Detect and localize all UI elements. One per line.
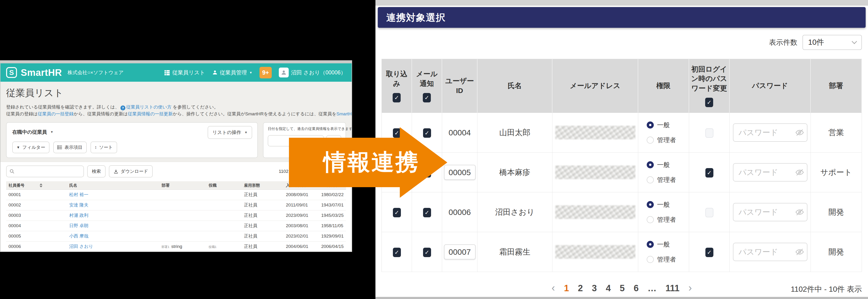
list-actions-button[interactable]: リストの操作 ▼: [208, 126, 252, 139]
import-all-checkbox[interactable]: ✓: [393, 93, 401, 102]
notify-checkbox[interactable]: ✓: [423, 128, 431, 138]
radio-off-icon: [647, 256, 654, 263]
page-number[interactable]: 1: [564, 283, 569, 293]
filter-button[interactable]: ▼ フィルター: [12, 141, 50, 153]
department-value: 開発: [828, 247, 844, 256]
col-permission: 権限: [638, 59, 689, 113]
table-row: 00007藤原 千栄正社員1998/04/011978/06/15: [6, 252, 346, 252]
nav-employee-manage[interactable]: 従業員管理 ▼: [212, 69, 252, 76]
radio-admin[interactable]: 管理者: [647, 136, 676, 144]
radio-admin[interactable]: 管理者: [647, 255, 676, 264]
next-page-icon[interactable]: ›: [688, 282, 692, 294]
employee-link[interactable]: 小西 摩哉: [67, 231, 159, 241]
intro-line-1: 登録されている従業員情報を確認できます。詳しくは、?従業員リストの使い方 を参照…: [6, 104, 346, 110]
prev-page-icon[interactable]: ‹: [552, 282, 555, 294]
notify-all-checkbox[interactable]: ✓: [423, 93, 431, 102]
col-full-name: 氏名: [477, 59, 552, 113]
search-button[interactable]: 検索: [87, 165, 105, 177]
pw-change-checkbox[interactable]: ✓: [705, 128, 713, 138]
user-name: 沼田 さおり（00006）: [291, 69, 346, 76]
notification-badge[interactable]: 9+: [259, 67, 272, 78]
company-name: 株式会社○×ソフトウェア: [68, 69, 124, 76]
employee-link[interactable]: 沼田 さおり: [67, 241, 159, 252]
radio-admin[interactable]: 管理者: [647, 176, 676, 184]
col-mail-notify: メール通知✓: [412, 59, 442, 113]
page-number[interactable]: 5: [620, 283, 625, 293]
pw-change-checkbox[interactable]: ✓: [705, 248, 713, 257]
page-size-select[interactable]: 10件: [803, 35, 862, 50]
list-toolbar-card: 在職中の従業員 ▼ リストの操作 ▼ ▼ フィルター: [6, 122, 258, 158]
window-titlebar: [0, 61, 352, 63]
eye-off-icon[interactable]: [795, 208, 804, 217]
permission-radio-group: 一般 管理者: [638, 240, 689, 264]
pw-change-all-checkbox[interactable]: ✓: [705, 98, 713, 107]
user-id-value: 00004: [448, 128, 471, 137]
employee-link[interactable]: 藤原 千栄: [67, 252, 159, 252]
list-icon: [58, 145, 62, 150]
download-button[interactable]: ダウンロード: [109, 165, 153, 177]
password-field-wrap: [733, 163, 807, 181]
panel-top-strip: [375, 0, 868, 6]
user-id-input[interactable]: [444, 165, 475, 180]
search-input[interactable]: [6, 166, 84, 177]
page-number[interactable]: 4: [606, 283, 611, 293]
full-name: 橋本麻疹: [499, 168, 530, 176]
scope-dropdown[interactable]: 在職中の従業員 ▼: [12, 129, 53, 135]
notify-checkbox[interactable]: ✓: [423, 248, 431, 257]
eye-off-icon[interactable]: [795, 128, 804, 137]
import-checkbox[interactable]: ✓: [393, 208, 401, 217]
department-value: 開発: [828, 208, 844, 217]
page-size-row: 表示件数 10件: [381, 35, 862, 50]
page-number[interactable]: 6: [634, 283, 639, 293]
permission-radio-group: 一般 管理者: [638, 161, 689, 184]
col-employee-number[interactable]: 社員番号: [6, 181, 67, 190]
col-department[interactable]: 部署: [159, 181, 206, 190]
columns-button[interactable]: 表示項目: [53, 141, 87, 153]
radio-general[interactable]: 一般: [647, 121, 670, 129]
user-id-input[interactable]: [444, 244, 475, 260]
grid-icon: [164, 70, 170, 75]
nav-employee-list[interactable]: 従業員リスト: [164, 69, 205, 76]
permission-radio-group: 一般 管理者: [638, 200, 689, 224]
import-checkbox[interactable]: ✓: [393, 248, 401, 257]
employee-link[interactable]: 日野 卓朗: [67, 221, 159, 231]
radio-on-icon: [647, 201, 654, 208]
link-bulk-register[interactable]: 従業員の一括登録: [38, 111, 73, 116]
chevron-down-icon: ▼: [249, 71, 252, 74]
col-role[interactable]: 役職: [206, 181, 242, 190]
pw-change-checkbox[interactable]: ✓: [705, 168, 713, 177]
page-number[interactable]: 3: [592, 283, 597, 293]
radio-general[interactable]: 一般: [647, 240, 670, 248]
page-number[interactable]: 2: [578, 283, 583, 293]
col-employment-type[interactable]: 雇用形態: [242, 181, 283, 190]
sort-button[interactable]: ↕ ソート: [91, 141, 117, 153]
password-field-wrap: [733, 123, 807, 142]
page-number[interactable]: 111: [665, 283, 679, 293]
import-checkbox[interactable]: ✓: [393, 128, 401, 138]
employee-link[interactable]: 村瀬 政利: [67, 210, 159, 221]
link-invite[interactable]: SmartHRに招待: [337, 111, 352, 116]
full-name: 沼田さおり: [495, 208, 534, 217]
app-header: S SmartHR 株式会社○×ソフトウェア 従業員リスト 従業員管理 ▼ 9+: [0, 63, 352, 82]
link-usage-guide[interactable]: 従業員リストの使い方: [126, 104, 172, 109]
radio-general[interactable]: 一般: [647, 161, 670, 169]
link-bulk-update[interactable]: 従業員情報の一括更新: [128, 111, 173, 116]
pagination-row: ‹ 1 2 3 4 5 6 … 111 › 1102件中 - 10件 表示: [381, 282, 862, 297]
employee-link[interactable]: 安達 隆夫: [67, 200, 159, 210]
pw-change-checkbox[interactable]: ✓: [705, 208, 713, 217]
eye-off-icon[interactable]: [795, 247, 804, 256]
employee-link[interactable]: 松村 裕一: [67, 190, 159, 200]
user-menu[interactable]: 沼田 さおり（00006）: [279, 68, 346, 77]
help-icon[interactable]: ?: [120, 105, 125, 110]
radio-on-icon: [647, 122, 654, 129]
full-name: 山田太郎: [499, 128, 530, 137]
col-name[interactable]: 氏名: [67, 181, 159, 190]
eye-off-icon[interactable]: [795, 168, 804, 177]
notify-checkbox[interactable]: ✓: [423, 208, 431, 217]
radio-general[interactable]: 一般: [647, 200, 670, 209]
table-row: 00004日野 卓朗正社員2003/08/011958/11/05: [6, 221, 346, 231]
radio-off-icon: [647, 176, 654, 184]
col-import: 取り込み✓: [382, 59, 412, 113]
radio-admin[interactable]: 管理者: [647, 215, 676, 224]
link-table: 取り込み✓ メール通知✓ ユーザーID 氏名 メールアドレス 権限 初回ログイン…: [381, 59, 862, 272]
